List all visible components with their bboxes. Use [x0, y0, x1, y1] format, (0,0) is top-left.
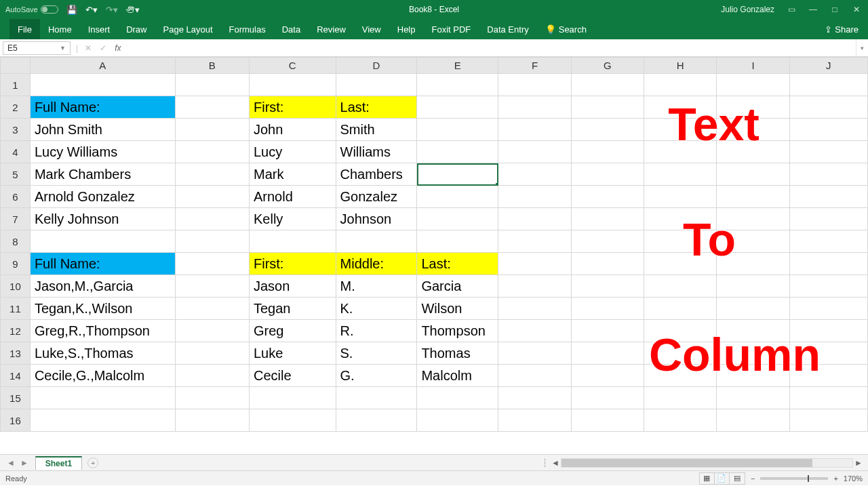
cell-E16[interactable]	[417, 409, 498, 432]
row-header-5[interactable]: 5	[1, 163, 31, 186]
cell-I15[interactable]	[717, 387, 789, 409]
cell-F16[interactable]	[498, 409, 571, 432]
row-header-6[interactable]: 6	[1, 186, 31, 208]
tab-data-entry[interactable]: Data Entry	[479, 19, 536, 39]
cell-J8[interactable]	[789, 230, 867, 253]
scroll-thumb[interactable]	[561, 459, 812, 467]
cell-G3[interactable]	[571, 119, 644, 141]
cell-D12[interactable]: R.	[336, 320, 417, 342]
select-all-corner[interactable]	[1, 58, 31, 74]
zoom-in-icon[interactable]: +	[833, 474, 837, 483]
cell-B16[interactable]	[175, 409, 249, 432]
cell-C12[interactable]: Greg	[249, 320, 336, 342]
cell-A16[interactable]	[30, 409, 175, 432]
cell-C14[interactable]: Cecile	[249, 365, 336, 387]
cell-A15[interactable]	[30, 387, 175, 409]
cell-A12[interactable]: Greg,R.,Thompson	[30, 320, 175, 342]
cell-A9[interactable]: Full Name:	[30, 253, 175, 275]
cell-B8[interactable]	[175, 230, 249, 253]
cell-B7[interactable]	[175, 208, 249, 230]
cell-I1[interactable]	[717, 74, 789, 96]
cell-C5[interactable]: Mark	[249, 163, 336, 186]
tab-help[interactable]: Help	[389, 19, 424, 39]
cell-C6[interactable]: Arnold	[249, 186, 336, 208]
row-header-14[interactable]: 14	[1, 365, 31, 387]
touch-mode-icon[interactable]: 🖑▾	[126, 5, 140, 15]
cell-G8[interactable]	[571, 230, 644, 253]
row-header-8[interactable]: 8	[1, 230, 31, 253]
cell-E13[interactable]: Thomas	[417, 342, 498, 365]
cell-I2[interactable]	[717, 96, 789, 119]
cell-H5[interactable]	[644, 163, 717, 186]
col-header-J[interactable]: J	[789, 58, 867, 74]
cell-I3[interactable]	[717, 119, 789, 141]
cell-D2[interactable]: Last:	[336, 96, 417, 119]
horizontal-scrollbar[interactable]: ┆ ◄ ►	[542, 458, 868, 468]
cell-J9[interactable]	[789, 253, 867, 275]
cell-B9[interactable]	[175, 253, 249, 275]
cell-G11[interactable]	[571, 298, 644, 320]
view-normal-icon[interactable]: ▦	[700, 473, 715, 484]
scroll-right-icon[interactable]: ►	[853, 458, 864, 468]
cell-D8[interactable]	[336, 230, 417, 253]
cell-D15[interactable]	[336, 387, 417, 409]
scroll-track[interactable]	[561, 458, 853, 468]
tab-review[interactable]: Review	[309, 19, 354, 39]
cell-I9[interactable]	[717, 253, 789, 275]
cell-J1[interactable]	[789, 74, 867, 96]
cell-I11[interactable]	[717, 298, 789, 320]
cell-F12[interactable]	[498, 320, 571, 342]
cell-H15[interactable]	[644, 387, 717, 409]
cell-D3[interactable]: Smith	[336, 119, 417, 141]
cell-E9[interactable]: Last:	[417, 253, 498, 275]
cell-G14[interactable]	[571, 365, 644, 387]
row-header-16[interactable]: 16	[1, 409, 31, 432]
cell-D10[interactable]: M.	[336, 275, 417, 298]
cell-F7[interactable]	[498, 208, 571, 230]
col-header-B[interactable]: B	[175, 58, 249, 74]
cell-A8[interactable]	[30, 230, 175, 253]
cell-J2[interactable]	[789, 96, 867, 119]
sheet-nav-prev-icon[interactable]: ◄	[7, 458, 15, 468]
cell-H4[interactable]	[644, 141, 717, 163]
cell-E11[interactable]: Wilson	[417, 298, 498, 320]
zoom-level[interactable]: 170%	[844, 474, 863, 483]
view-page-layout-icon[interactable]: 📄	[715, 473, 730, 484]
cell-A10[interactable]: Jason,M.,Garcia	[30, 275, 175, 298]
cell-H12[interactable]	[644, 320, 717, 342]
cell-C9[interactable]: First:	[249, 253, 336, 275]
cell-D7[interactable]: Johnson	[336, 208, 417, 230]
cell-E12[interactable]: Thompson	[417, 320, 498, 342]
tab-insert[interactable]: Insert	[80, 19, 119, 39]
col-header-G[interactable]: G	[571, 58, 644, 74]
cell-F9[interactable]	[498, 253, 571, 275]
row-header-12[interactable]: 12	[1, 320, 31, 342]
cell-B12[interactable]	[175, 320, 249, 342]
cell-D9[interactable]: Middle:	[336, 253, 417, 275]
cell-E15[interactable]	[417, 387, 498, 409]
cell-F4[interactable]	[498, 141, 571, 163]
row-header-2[interactable]: 2	[1, 96, 31, 119]
cell-G15[interactable]	[571, 387, 644, 409]
cell-G4[interactable]	[571, 141, 644, 163]
cell-E3[interactable]	[417, 119, 498, 141]
cell-G2[interactable]	[571, 96, 644, 119]
cell-D14[interactable]: G.	[336, 365, 417, 387]
cell-I16[interactable]	[717, 409, 789, 432]
sheet-tab-sheet1[interactable]: Sheet1	[35, 456, 82, 470]
row-header-3[interactable]: 3	[1, 119, 31, 141]
cell-H9[interactable]	[644, 253, 717, 275]
account-user[interactable]: Julio Gonzalez	[721, 5, 774, 14]
tab-foxit-pdf[interactable]: Foxit PDF	[424, 19, 479, 39]
cell-A3[interactable]: John Smith	[30, 119, 175, 141]
cell-G6[interactable]	[571, 186, 644, 208]
cell-E7[interactable]	[417, 208, 498, 230]
ribbon-display-icon[interactable]: ▭	[787, 5, 796, 14]
cell-A6[interactable]: Arnold Gonzalez	[30, 186, 175, 208]
row-header-7[interactable]: 7	[1, 208, 31, 230]
cell-F5[interactable]	[498, 163, 571, 186]
autosave-toggle[interactable]: AutoSave	[5, 5, 58, 14]
view-page-break-icon[interactable]: ▤	[730, 473, 745, 484]
cell-B11[interactable]	[175, 298, 249, 320]
cell-F8[interactable]	[498, 230, 571, 253]
